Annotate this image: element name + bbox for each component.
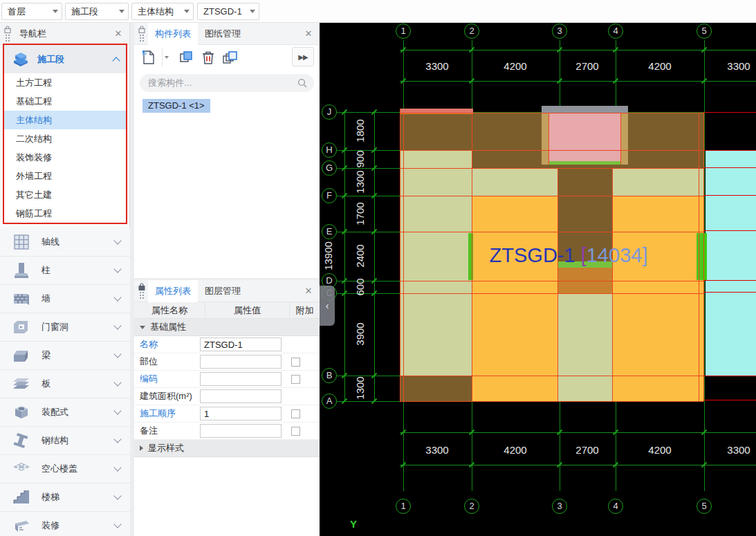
grid-bubble-row-A: A <box>322 394 337 409</box>
grid-bubble-row-E: E <box>322 224 337 239</box>
dimension-top-3300: 3300 <box>727 60 750 72</box>
property-label: 编码 <box>134 373 200 385</box>
new-component-dropdown[interactable] <box>162 48 170 66</box>
panel-grip[interactable] <box>134 280 148 302</box>
dimension-bottom-4200: 4200 <box>504 444 526 456</box>
plan-region-3[interactable] <box>400 168 703 196</box>
tab-图层管理[interactable]: 图层管理 <box>198 280 248 302</box>
drawing-canvas[interactable]: 1122334455JHGFEDCBA330033004200420027002… <box>320 23 756 536</box>
property-value-input[interactable] <box>200 389 282 403</box>
toolbar-combo-3[interactable]: 主体结构 <box>131 3 194 20</box>
component-search-input[interactable]: 搜索构件... <box>140 74 314 92</box>
nav-group-item-钢筋工程[interactable]: 钢筋工程 <box>4 204 126 223</box>
nav-group-item-土方工程[interactable]: 土方工程 <box>4 73 126 92</box>
grid-bubble-row-B: B <box>322 368 337 383</box>
construction-stage-header[interactable]: 施工段 <box>4 45 126 73</box>
plan-region-23[interactable] <box>548 161 620 165</box>
sidebar-category-墙[interactable]: 墙 <box>0 285 130 313</box>
panel-grip[interactable] <box>134 23 148 44</box>
caret-down-icon <box>53 10 58 13</box>
dimension-total: 13900 <box>322 241 334 270</box>
plan-region-10[interactable] <box>400 293 472 376</box>
tab-图纸管理[interactable]: 图纸管理 <box>198 23 248 45</box>
nav-group-item-主体结构[interactable]: 主体结构 <box>4 111 126 129</box>
property-value-input[interactable] <box>200 372 282 386</box>
sidebar-category-装修[interactable]: 装修 <box>0 512 130 536</box>
nav-group-item-二次结构[interactable]: 二次结构 <box>4 129 126 148</box>
close-icon[interactable]: ✕ <box>303 28 314 39</box>
grid-bubble-row-H: H <box>322 142 337 158</box>
prefab-icon <box>11 403 32 422</box>
sidebar-category-柱[interactable]: 柱 <box>0 257 130 285</box>
property-grid-header: 属性名称 属性值 附加 <box>134 302 320 319</box>
grid-bubble-top-4: 4 <box>608 24 623 39</box>
nav-group-item-外墙工程[interactable]: 外墙工程 <box>4 167 126 185</box>
plan-region-15[interactable] <box>557 376 612 401</box>
region-border-v <box>620 113 621 165</box>
plan-region-20[interactable] <box>542 113 548 165</box>
plan-region-28[interactable] <box>697 233 702 280</box>
region-border-h <box>400 281 703 281</box>
grid-bubble-bottom-3: 3 <box>552 499 567 514</box>
new-component-button[interactable] <box>140 48 158 66</box>
hollow-floor-icon <box>11 459 32 479</box>
plan-region-22[interactable] <box>548 113 620 161</box>
sidebar-category-装配式[interactable]: 装配式 <box>0 398 130 427</box>
panel-grip[interactable] <box>0 23 14 44</box>
delete-component-button[interactable] <box>199 48 217 66</box>
dimension-left-3900: 3900 <box>354 322 366 345</box>
attach-checkbox[interactable] <box>291 409 300 418</box>
construction-stage-icon <box>12 52 29 67</box>
toolbar-combo-2[interactable]: 施工段 <box>65 3 129 20</box>
plan-region-8[interactable] <box>400 281 472 293</box>
property-section-基础属性[interactable]: 基础属性 <box>134 319 320 336</box>
delete-icon <box>201 50 215 65</box>
property-section-显示样式[interactable]: 显示样式 <box>134 440 320 457</box>
sidebar-category-板[interactable]: 板 <box>0 370 130 398</box>
sidebar-category-楼梯[interactable]: 楼梯 <box>0 483 130 512</box>
close-icon[interactable]: ✕ <box>303 286 314 297</box>
dimension-line-v-1 <box>374 112 375 401</box>
copy-multiple-button[interactable] <box>221 48 239 66</box>
attach-checkbox[interactable] <box>291 427 300 436</box>
nav-group-item-其它土建[interactable]: 其它土建 <box>4 185 126 204</box>
column-header-name: 属性名称 <box>134 302 205 318</box>
plan-region-21[interactable] <box>620 113 628 165</box>
copy-component-button[interactable] <box>177 48 195 66</box>
column-header-attach: 附加 <box>290 302 320 318</box>
plan-region-1[interactable] <box>400 150 472 168</box>
component-list-item[interactable]: ZTSGD-1 <1> <box>142 99 210 113</box>
region-border-h <box>400 401 703 402</box>
property-row-部位: 部位 <box>134 353 320 371</box>
sidebar-category-梁[interactable]: 梁 <box>0 342 130 370</box>
expand-more-button[interactable]: ▶▶ <box>292 47 314 66</box>
sidebar-category-空心楼盖[interactable]: 空心楼盖 <box>0 455 130 483</box>
panel-collapse-handle[interactable]: ‹ <box>320 286 335 326</box>
plan-region-19[interactable] <box>706 151 756 376</box>
stair-icon <box>11 488 32 507</box>
attach-checkbox[interactable] <box>291 375 300 384</box>
plan-region-26[interactable] <box>542 106 628 113</box>
property-value-input[interactable] <box>200 338 282 351</box>
region-border-v <box>548 113 549 165</box>
attach-checkbox[interactable] <box>291 358 300 367</box>
sidebar-category-轴线[interactable]: 轴线 <box>0 228 130 257</box>
plan-region-13[interactable] <box>400 376 472 401</box>
sidebar-category-钢结构[interactable]: 钢结构 <box>0 427 130 455</box>
chevron-up-icon <box>112 57 120 64</box>
component-list-panel: 构件列表图纸管理 ✕ <box>134 23 320 278</box>
close-icon[interactable]: ✕ <box>113 28 124 39</box>
tab-构件列表[interactable]: 构件列表 <box>148 23 198 45</box>
nav-group-item-基础工程[interactable]: 基础工程 <box>4 92 126 111</box>
plan-region-6[interactable] <box>400 232 472 281</box>
nav-group-item-装饰装修[interactable]: 装饰装修 <box>4 148 126 167</box>
sidebar-category-门窗洞[interactable]: 门窗洞 <box>0 313 130 342</box>
tab-属性列表[interactable]: 属性列表 <box>148 280 198 302</box>
property-value-input[interactable] <box>200 424 282 438</box>
property-value-input[interactable] <box>200 407 282 421</box>
toolbar-combo-4[interactable]: ZTSGD-1 <box>197 3 259 20</box>
property-value-input[interactable] <box>200 355 282 369</box>
plan-region-12[interactable] <box>557 293 612 376</box>
toolbar-combo-1[interactable]: 首层 <box>1 3 62 20</box>
plan-region-4[interactable] <box>400 196 472 232</box>
